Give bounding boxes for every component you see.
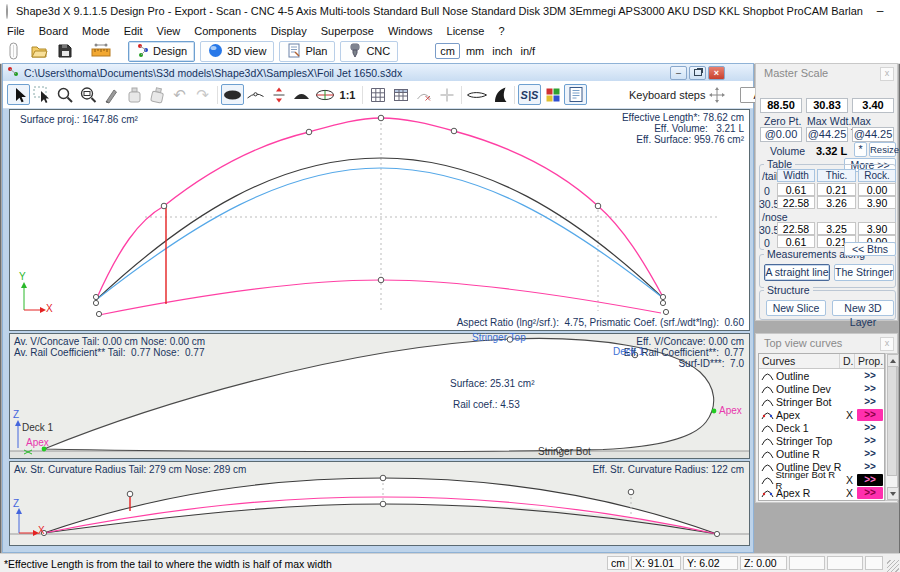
prop-button[interactable]: >> — [857, 474, 883, 486]
resize-button[interactable]: Resize — [869, 142, 896, 157]
unit-inf[interactable]: in/f — [516, 45, 539, 57]
prop-button[interactable]: >> — [857, 370, 883, 382]
measurements-panel-icon[interactable] — [564, 84, 587, 105]
board-outline-icon[interactable] — [465, 84, 488, 105]
curve-row-stringer-top[interactable]: Stringer Top >> — [759, 434, 884, 447]
curve-row-apex[interactable]: Apex X >> — [759, 408, 884, 421]
nose-row0-rock[interactable]: 3.90 — [858, 222, 896, 235]
stamp-copy-icon[interactable] — [122, 84, 145, 105]
nose-row0-width[interactable]: 22.58 — [777, 222, 815, 235]
view3d-mode-button[interactable]: 3D view — [200, 41, 274, 62]
control-points[interactable] — [93, 115, 668, 316]
document-title-bar[interactable]: C:\Users\thoma\Documents\S3d models\Shap… — [3, 64, 753, 81]
max-width-value[interactable]: 30.83 — [806, 98, 848, 113]
grid-icon[interactable] — [366, 84, 389, 105]
unit-mm[interactable]: mm — [462, 45, 488, 57]
width-header[interactable]: Width — [777, 169, 815, 182]
doc-close-button[interactable]: × — [708, 66, 725, 80]
doc-restore-button[interactable] — [689, 66, 706, 80]
menu-help[interactable]: ? — [491, 25, 511, 37]
deck-view-icon[interactable] — [290, 84, 313, 105]
master-scale-icon[interactable] — [88, 41, 114, 61]
pen-icon[interactable] — [99, 84, 122, 105]
curves-scrollbar[interactable] — [885, 353, 898, 501]
tail-row1-rock[interactable]: 3.90 — [858, 196, 896, 209]
prop-button[interactable]: >> — [857, 422, 883, 434]
master-scale-close-icon[interactable]: x — [880, 67, 894, 81]
menu-file[interactable]: File — [0, 25, 32, 37]
design-mode-button[interactable]: Design — [128, 41, 195, 62]
nose-row1-width[interactable]: 0.61 — [777, 235, 815, 248]
axes-cross-icon[interactable] — [435, 84, 458, 105]
stringer-toggle-icon[interactable]: S|S — [518, 84, 541, 105]
resize-grip[interactable] — [887, 560, 899, 572]
star-button[interactable]: * — [854, 142, 867, 157]
curve-row-outline[interactable]: Outline >> — [759, 369, 884, 382]
stamp-paste-icon[interactable] — [145, 84, 168, 105]
thic-str-header[interactable]: Thic. Str — [817, 169, 856, 182]
zero-at-value[interactable]: @0.00 — [760, 127, 802, 142]
prop-button[interactable]: >> — [857, 448, 883, 460]
max-thickness-value[interactable]: 3.40 — [852, 98, 894, 113]
menu-windows[interactable]: Windows — [381, 25, 440, 37]
menu-edit[interactable]: Edit — [117, 25, 150, 37]
menu-superpose[interactable]: Superpose — [314, 25, 381, 37]
marquee-select-icon[interactable] — [30, 84, 53, 105]
tail-row1-thic[interactable]: 3.26 — [817, 196, 856, 209]
btns-button[interactable]: << Btns — [844, 242, 896, 256]
redo-icon[interactable]: ↷ — [191, 84, 214, 105]
prop-button[interactable]: >> — [857, 396, 883, 408]
unit-cm[interactable]: cm — [435, 43, 460, 59]
curves-panel-close-icon[interactable]: x — [880, 337, 894, 351]
curve-row-apex-r[interactable]: Apex R X >> — [759, 486, 884, 499]
rocker-view-icon[interactable] — [244, 84, 267, 105]
thickness-at-value[interactable]: @44.25 — [852, 127, 894, 142]
cnc-mode-button[interactable]: CNC — [340, 41, 398, 62]
prop-button[interactable]: >> — [857, 409, 883, 421]
tail-row0-width[interactable]: 0.61 — [777, 183, 815, 196]
prop-button[interactable]: >> — [857, 500, 883, 502]
one-to-one-icon[interactable]: 1:1 — [336, 84, 359, 105]
prop-button[interactable]: >> — [857, 383, 883, 395]
thickness-view-icon[interactable] — [267, 84, 290, 105]
menu-components[interactable]: Components — [187, 25, 263, 37]
top-view-canvas[interactable]: Surface proj.: 1647.86 cm² Effective Len… — [9, 109, 750, 331]
new-3d-layer-button[interactable]: New 3D Layer — [832, 300, 894, 316]
menu-mode[interactable]: Mode — [75, 25, 117, 37]
rocker-canvas[interactable]: Av. Str. Curvature Radius Tail: 279 cm N… — [9, 461, 750, 546]
curve-row-stringer-bot[interactable]: Stringer Bot >> — [759, 395, 884, 408]
apex-point-right[interactable] — [712, 409, 717, 414]
prop-button[interactable]: >> — [857, 435, 883, 447]
width-at-value[interactable]: @44.25 — [806, 127, 848, 142]
zoom-window-icon[interactable] — [76, 84, 99, 105]
curve-row-deck1[interactable]: Deck 1 >> — [759, 421, 884, 434]
outline-view-icon[interactable] — [221, 84, 244, 105]
nose-row0-thic[interactable]: 3.25 — [817, 222, 856, 235]
minimize-button[interactable]: – — [863, 0, 897, 22]
curve-row-outline-dev[interactable]: Outline Dev >> — [759, 382, 884, 395]
open-folder-icon[interactable] — [26, 41, 52, 61]
the-stringer-button[interactable]: The Stringer — [834, 264, 894, 281]
doc-minimize-button[interactable]: – — [670, 66, 687, 80]
unit-inch[interactable]: inch — [488, 45, 516, 57]
guides-table-icon[interactable] — [389, 84, 412, 105]
menu-view[interactable]: View — [150, 25, 188, 37]
tail-row1-width[interactable]: 22.58 — [777, 196, 815, 209]
prop-button[interactable]: >> — [857, 461, 883, 473]
curve-row-outline-r[interactable]: Outline R >> — [759, 447, 884, 460]
prop-button[interactable]: >> — [857, 487, 883, 499]
color-layers-icon[interactable] — [541, 84, 564, 105]
length-value[interactable]: 88.50 — [760, 98, 802, 113]
outline-dev-curve[interactable] — [99, 280, 661, 315]
plan-mode-button[interactable]: Plan — [279, 41, 335, 62]
curve-row-stringer-bot-r-r[interactable]: Stringer Bot R R X >> — [759, 473, 884, 486]
scroll-thumb[interactable] — [887, 366, 897, 476]
menu-board[interactable]: Board — [32, 25, 75, 37]
select-arrow-icon[interactable] — [7, 84, 30, 105]
scroll-down-icon[interactable] — [887, 487, 899, 500]
curves-column-header[interactable]: Curves — [759, 354, 840, 368]
tail-row0-thic[interactable]: 0.21 — [817, 183, 856, 196]
d-column-header[interactable]: D. — [840, 354, 855, 368]
rock-str-header[interactable]: Rock. Str — [858, 169, 896, 182]
slice-view-icon[interactable] — [313, 84, 336, 105]
